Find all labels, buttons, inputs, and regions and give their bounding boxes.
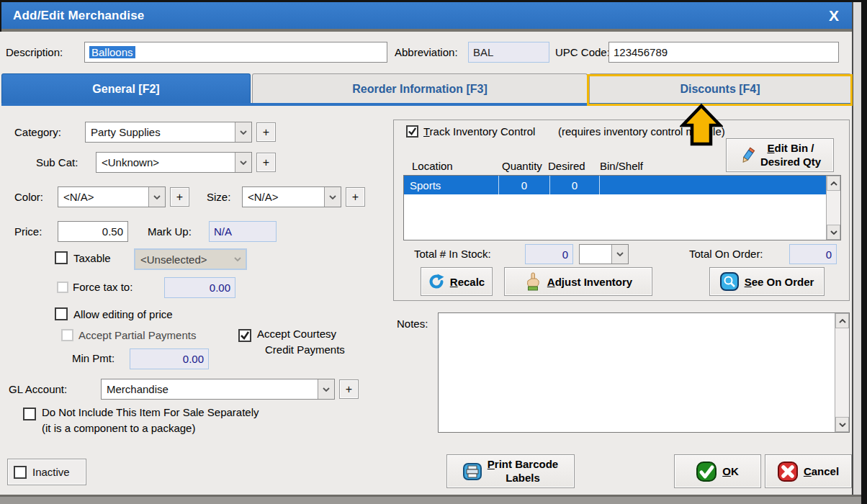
category-value: Party Supplies (86, 122, 235, 142)
min-pmt-label: Min Pmt: (72, 352, 114, 364)
color-label: Color: (14, 191, 43, 203)
total-on-order-field: 0 (789, 244, 837, 264)
description-input[interactable]: Balloons (84, 42, 387, 63)
scroll-up-icon[interactable] (827, 176, 840, 191)
min-pmt-value: 0.00 (183, 353, 204, 365)
frame-right (861, 0, 867, 504)
cell-location: Sports (404, 176, 499, 194)
annotation-arrow-up-icon (680, 104, 723, 147)
add-size-button[interactable]: + (346, 187, 365, 207)
scroll-down-icon[interactable] (827, 225, 840, 240)
tax-code-combobox: <Unselected> (134, 248, 247, 270)
price-input[interactable]: 0.50 (58, 221, 128, 242)
column-header-bin-shelf: Bin/Shelf (600, 160, 643, 172)
printer-icon (463, 463, 482, 480)
inactive-checkbox-group[interactable]: Inactive (7, 459, 86, 485)
track-inventory-label: Track Inventory Control (423, 125, 535, 138)
upc-label: UPC Code: (555, 46, 610, 58)
frame-right-gap (853, 2, 861, 495)
description-value: Balloons (89, 46, 135, 58)
total-in-stock-label: Total # In Stock: (414, 248, 491, 260)
cancel-button[interactable]: Cancel (765, 454, 852, 488)
column-header-location: Location (412, 160, 453, 172)
chevron-down-icon[interactable] (611, 245, 628, 264)
chevron-down-icon[interactable] (318, 379, 334, 399)
price-label: Price: (14, 225, 42, 238)
edit-bin-label-line1: Edit Bin / (767, 142, 814, 156)
see-on-order-button[interactable]: See On Order (709, 267, 825, 296)
abbreviation-value: BAL (473, 46, 493, 58)
notes-textarea[interactable] (438, 312, 850, 433)
min-pmt-input: 0.00 (130, 348, 209, 369)
tax-code-value: <Unselected> (135, 250, 229, 269)
track-inventory-checkbox[interactable] (406, 125, 418, 138)
add-gl-account-button[interactable]: + (339, 379, 359, 399)
accept-courtesy-label-line1: Accept Courtesy (257, 328, 336, 340)
taxable-label: Taxable (73, 252, 111, 264)
subcat-value: <Unknown> (96, 153, 235, 172)
tab-reorder-information[interactable]: Reorder Information [F3] (252, 73, 588, 104)
magnifier-icon (720, 272, 739, 291)
allow-editing-price-checkbox[interactable] (55, 307, 68, 320)
cell-quantity: 0 (499, 176, 550, 194)
cancel-x-icon (778, 462, 798, 482)
subcat-combobox[interactable]: <Unknown> (96, 152, 252, 173)
titlebar: Add/Edit Merchandise X (1, 2, 852, 29)
chevron-down-icon[interactable] (235, 153, 251, 172)
allow-editing-price-label: Allow editing of price (73, 308, 173, 320)
color-combobox[interactable]: <N/A> (58, 186, 166, 207)
add-category-button[interactable]: + (256, 122, 276, 142)
color-value: <N/A> (58, 187, 148, 207)
taxable-checkbox[interactable] (55, 251, 68, 264)
total-in-stock-value: 0 (562, 248, 568, 261)
inactive-checkbox[interactable] (14, 466, 27, 479)
stock-unit-combobox[interactable] (579, 244, 629, 264)
print-label-line1: Print Barcode (488, 458, 558, 472)
abbreviation-label: Abbreviation: (395, 46, 458, 58)
chevron-down-icon[interactable] (148, 187, 165, 207)
window-title: Add/Edit Merchandise (13, 9, 145, 23)
accept-partial-payments-label: Accept Partial Payments (78, 329, 196, 341)
add-subcat-button[interactable]: + (256, 153, 276, 172)
scroll-up-icon[interactable] (835, 313, 849, 328)
chevron-down-icon[interactable] (324, 187, 341, 207)
edit-bin-label-line2: Desired Qty (760, 156, 821, 169)
check-icon (240, 330, 250, 341)
column-header-desired: Desired (548, 160, 585, 172)
markup-field: N/A (209, 221, 277, 242)
location-row-selected[interactable]: Sports 0 0 (404, 176, 826, 194)
accept-partial-payments-checkbox[interactable] (61, 329, 73, 341)
total-on-order-label: Total On Order: (689, 248, 763, 260)
gl-account-combobox[interactable]: Merchandise (101, 379, 335, 400)
print-barcode-labels-button[interactable]: Print Barcode Labels (446, 454, 575, 488)
total-in-stock-field: 0 (525, 244, 573, 264)
size-combobox[interactable]: <N/A> (242, 186, 341, 207)
recalc-button[interactable]: Recalc (421, 267, 493, 296)
column-header-quantity: Quantity (502, 160, 542, 172)
tab-general-label: General [F2] (92, 83, 159, 96)
ok-button[interactable]: OK (674, 454, 761, 488)
force-tax-checkbox[interactable] (57, 282, 68, 293)
tab-general[interactable]: General [F2] (1, 73, 251, 104)
hand-icon (524, 272, 542, 291)
close-button[interactable]: X (829, 7, 839, 24)
markup-value: N/A (214, 225, 232, 238)
accept-courtesy-checkbox[interactable] (238, 329, 251, 342)
not-sold-separately-checkbox[interactable] (23, 408, 36, 420)
abbreviation-input[interactable]: BAL (468, 42, 549, 63)
tab-discounts[interactable]: Discounts [F4] (589, 73, 851, 104)
edit-bin-desired-qty-button[interactable]: Edit Bin / Desired Qty (726, 138, 834, 172)
category-combobox[interactable]: Party Supplies (85, 122, 252, 143)
adjust-inventory-button[interactable]: Adjust Inventory (504, 267, 652, 296)
size-label: Size: (207, 191, 230, 203)
notes-scrollbar[interactable] (835, 313, 849, 432)
location-listbox: Sports 0 0 (403, 175, 841, 240)
add-color-button[interactable]: + (170, 187, 189, 207)
upc-input[interactable]: 123456789 (608, 42, 839, 63)
adjust-inventory-label: Adjust Inventory (547, 276, 632, 288)
chevron-down-icon[interactable] (235, 122, 251, 142)
tabstrip-underline (1, 103, 852, 106)
scroll-down-icon[interactable] (835, 417, 849, 432)
frame-top (0, 0, 867, 2)
listbox-scrollbar[interactable] (826, 176, 840, 240)
